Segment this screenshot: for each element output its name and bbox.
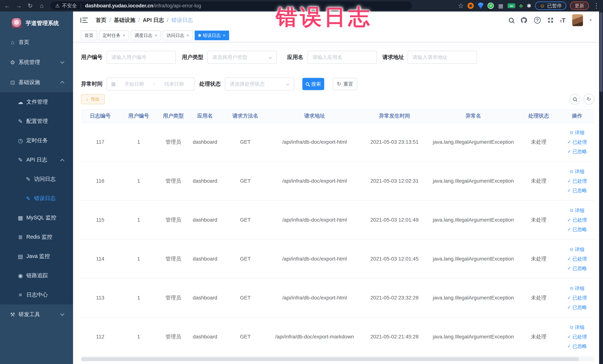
- tab-access-log[interactable]: 访问日志×: [163, 31, 193, 40]
- user-avatar[interactable]: [572, 14, 583, 26]
- sidebar-item-home[interactable]: ⌂首页: [0, 32, 73, 52]
- fullscreen-icon[interactable]: [547, 17, 554, 23]
- tab-schedule-log[interactable]: 调度日志×: [131, 31, 161, 40]
- search-icon: [306, 82, 309, 86]
- sidebar-item-trace[interactable]: ◉链路追踪: [0, 266, 73, 285]
- horizontal-scrollbar[interactable]: [81, 357, 594, 361]
- breadcrumb-item[interactable]: API 日志: [143, 16, 164, 24]
- browser-menu-icon[interactable]: ⋮: [593, 2, 600, 10]
- cell-method: GET: [221, 334, 269, 340]
- user-type-select[interactable]: 请选择用户类型: [208, 51, 277, 64]
- action-ignored-link[interactable]: ✓已忽略: [567, 148, 587, 155]
- action-label: 详细: [575, 129, 584, 136]
- check-icon: ✓: [567, 227, 571, 232]
- action-processed-link[interactable]: ✓已处理: [567, 295, 587, 301]
- process-status-select[interactable]: 请选择处理状态: [225, 78, 294, 91]
- search-icon[interactable]: [509, 18, 514, 23]
- sidebar-item-log-center[interactable]: ≡日志中心: [0, 285, 73, 305]
- sidebar-item-redis-monitor[interactable]: ≣Redis 监控: [0, 227, 73, 247]
- action-ignored-link[interactable]: ✓已忽略: [567, 226, 587, 233]
- extensions-puzzle-icon[interactable]: ✱: [527, 3, 531, 9]
- close-icon[interactable]: ×: [186, 33, 189, 38]
- bookmark-star-icon[interactable]: ☆: [458, 2, 464, 10]
- action-detail-link[interactable]: ⊙详细: [570, 168, 584, 175]
- page-scrollbar-thumb[interactable]: [600, 12, 603, 92]
- extension-on-toggle-icon[interactable]: on: [508, 3, 515, 8]
- sidebar-item-label: 日志中心: [26, 291, 48, 299]
- sidebar-item-error-log[interactable]: ✎错误日志: [0, 189, 73, 208]
- help-icon[interactable]: ?: [534, 17, 541, 23]
- user-id-input[interactable]: [107, 51, 176, 64]
- tab-label: 访问日志: [166, 33, 184, 38]
- search-button[interactable]: 搜索: [302, 78, 324, 90]
- request-url-input[interactable]: [408, 51, 477, 64]
- close-icon[interactable]: ×: [123, 33, 125, 38]
- toggle-search-button[interactable]: [569, 94, 580, 105]
- extension-green-v-icon[interactable]: V: [487, 3, 494, 9]
- action-processed-link[interactable]: ✓已处理: [567, 334, 587, 340]
- row-actions: ⊙详细✓已处理✓已忽略: [560, 285, 594, 311]
- avatar-caret-icon[interactable]: ▾: [590, 18, 592, 23]
- action-processed-link[interactable]: ✓已处理: [567, 256, 587, 262]
- sidebar-item-access-log[interactable]: ✎访问日志: [0, 169, 73, 189]
- breadcrumb-item[interactable]: 基础设施: [114, 16, 135, 24]
- action-ignored-link[interactable]: ✓已忽略: [567, 265, 587, 272]
- cell-log-id: 116: [81, 178, 119, 184]
- sidebar-toggle-icon[interactable]: [81, 17, 88, 23]
- sidebar-item-infrastructure[interactable]: ⊡基础设施: [0, 72, 73, 92]
- refresh-table-button[interactable]: ↻: [583, 94, 594, 105]
- horizontal-scrollbar-thumb[interactable]: [81, 357, 579, 361]
- sidebar-item-system-management[interactable]: ⚙系统管理: [0, 52, 73, 72]
- action-detail-link[interactable]: ⊙详细: [570, 324, 584, 331]
- action-processed-link[interactable]: ✓已处理: [567, 217, 587, 223]
- app-name-input[interactable]: [308, 51, 377, 64]
- extension-orange-icon[interactable]: [467, 3, 474, 9]
- sidebar-item-scheduled-tasks[interactable]: ◷定时任务: [0, 131, 73, 150]
- back-icon[interactable]: ←: [3, 1, 12, 10]
- update-button[interactable]: 更新: [570, 1, 589, 10]
- action-ignored-link[interactable]: ✓已忽略: [567, 187, 587, 194]
- close-icon[interactable]: ×: [223, 33, 225, 38]
- breadcrumb-item[interactable]: 首页: [96, 16, 106, 24]
- action-processed-link[interactable]: ✓已处理: [567, 139, 587, 145]
- tab-error-log[interactable]: 错误日志×: [195, 31, 229, 40]
- home-icon[interactable]: ⌂: [37, 1, 46, 10]
- extension-plant-icon[interactable]: ♣: [519, 2, 523, 9]
- sidebar-item-file-management[interactable]: ☁文件管理: [0, 92, 73, 112]
- sidebar-item-dev-tools[interactable]: ⚒研发工具: [0, 305, 73, 325]
- check-icon: ✓: [567, 140, 571, 145]
- action-detail-link[interactable]: ⊙详细: [570, 207, 584, 214]
- address-bar[interactable]: ⚠ 不安全 dashboard.yudao.iocoder.cn/infra/l…: [50, 1, 412, 10]
- sidebar-item-config-management[interactable]: ✎配置管理: [0, 112, 73, 131]
- export-button[interactable]: ↓ 导出: [81, 94, 105, 104]
- reload-icon[interactable]: ↻: [26, 1, 35, 10]
- emoji-face-icon: ☺: [540, 3, 545, 9]
- font-size-icon[interactable]: tT: [560, 17, 566, 24]
- github-icon[interactable]: [520, 17, 527, 24]
- sidebar-item-mysql-monitor[interactable]: ▦MySQL 监控: [0, 208, 73, 227]
- tab-home[interactable]: 首页: [81, 31, 97, 40]
- date-range-input[interactable]: ▦ 开始日期 ~ 结束日期: [107, 78, 195, 91]
- page-scrollbar[interactable]: [599, 12, 603, 364]
- column-header: 操作: [560, 112, 594, 119]
- sidebar-item-java-monitor[interactable]: ▤Java 监控: [0, 247, 73, 266]
- action-detail-link[interactable]: ⊙详细: [570, 129, 584, 136]
- paused-pill[interactable]: ☺ 已暂停: [535, 1, 566, 10]
- action-processed-link[interactable]: ✓已处理: [567, 178, 587, 184]
- action-detail-link[interactable]: ⊙详细: [570, 246, 584, 253]
- tab-scheduled-tasks[interactable]: 定时任务×: [99, 31, 129, 40]
- extension-grid-icon[interactable]: ▦: [498, 3, 504, 9]
- check-icon: ✓: [567, 149, 571, 154]
- action-ignored-link[interactable]: ✓已忽略: [567, 304, 587, 311]
- close-icon[interactable]: ×: [155, 33, 157, 38]
- reset-button[interactable]: ↻ 重置: [333, 78, 357, 90]
- forward-icon[interactable]: →: [14, 1, 23, 10]
- check-icon: ✓: [567, 334, 571, 339]
- action-ignored-link[interactable]: ✓已忽略: [567, 343, 587, 350]
- extension-shield-icon[interactable]: [477, 3, 484, 9]
- action-detail-link[interactable]: ⊙详细: [570, 285, 584, 292]
- sidebar-item-api-log[interactable]: ✎API 日志: [0, 150, 73, 169]
- cell-method: GET: [221, 178, 269, 184]
- cell-user-type: 管理员: [158, 177, 189, 185]
- sidebar-item-label: 研发工具: [19, 311, 40, 318]
